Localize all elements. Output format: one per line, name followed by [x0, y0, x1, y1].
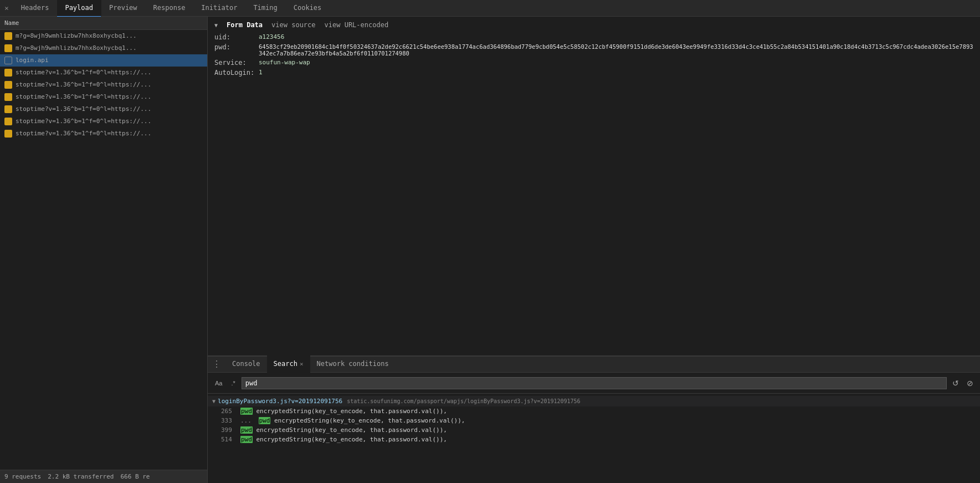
search-highlight: pwd [240, 436, 253, 443]
search-result-filename: loginByPassword3.js?v=201912091756 [218, 398, 342, 405]
xhr-icon [4, 93, 12, 101]
request-list: m?g=8wjh9wmhlizbw7hhx8oxhycbq1...m?g=8wj… [0, 30, 207, 470]
tab-payload[interactable]: Payload [57, 0, 101, 17]
line-content: ... pwd encryptedString(key_to_encode, t… [240, 417, 465, 424]
bottom-tab-network-conditions[interactable]: Network conditions [310, 355, 396, 374]
more-options-button[interactable]: ⋮ [208, 356, 225, 373]
xhr-icon [4, 105, 12, 113]
request-item[interactable]: stoptime?v=1.36^b=1^f=0^l=https://... [0, 103, 207, 115]
left-panel: Name m?g=8wjh9wmhlizbw7hhx8oxhycbq1...m?… [0, 17, 208, 483]
request-item[interactable]: stoptime?v=1.36^b=1^f=0^l=https://... [0, 128, 207, 140]
search-result-file[interactable]: ▼loginByPassword3.js?v=201912091756stati… [208, 396, 980, 406]
request-item[interactable]: stoptime?v=1.36^b=1^f=0^l=https://... [0, 79, 207, 91]
xhr-icon [4, 130, 12, 138]
form-data-arrow: ▼ [214, 22, 218, 28]
field-value: soufun-wap-wap [259, 59, 310, 67]
resources-size: 666 B re [120, 473, 150, 480]
search-result-line[interactable]: 333... pwd encryptedString(key_to_encode… [208, 416, 980, 425]
regex-button[interactable]: .* [228, 378, 238, 388]
field-name: uid: [214, 33, 259, 41]
request-item[interactable]: stoptime?v=1.36^b=1^f=0^l=https://... [0, 67, 207, 79]
search-input[interactable] [242, 377, 947, 389]
line-rest: encryptedString(key_to_encode, that.pass… [270, 417, 465, 424]
api-icon [4, 57, 12, 64]
field-name: AutoLogin: [214, 69, 259, 77]
xhr-icon [4, 118, 12, 125]
request-name: stoptime?v=1.36^b=1^f=0^l=https://... [16, 118, 151, 125]
close-tab-button[interactable]: × [300, 360, 304, 368]
request-name: stoptime?v=1.36^b=1^f=0^l=https://... [16, 130, 151, 137]
xhr-icon [4, 81, 12, 89]
transferred-size: 2.2 kB transferred [48, 473, 114, 480]
top-tabs-bar: × HeadersPayloadPreviewResponseInitiator… [0, 0, 980, 17]
view-source-link[interactable]: view source [271, 21, 315, 29]
form-field: AutoLogin:1 [214, 69, 973, 77]
bottom-tab-search[interactable]: Search× [267, 355, 310, 374]
xhr-icon [4, 69, 12, 77]
tab-initiator[interactable]: Initiator [193, 0, 245, 17]
request-name: stoptime?v=1.36^b=1^f=0^l=https://... [16, 69, 151, 76]
request-item[interactable]: stoptime?v=1.36^b=1^f=0^l=https://... [0, 115, 207, 128]
close-panel-button[interactable]: × [0, 0, 13, 17]
request-name: stoptime?v=1.36^b=1^f=0^l=https://... [16, 81, 151, 88]
xhr-icon [4, 32, 12, 40]
request-name: m?g=8wjh9wmhlizbw7hhx8oxhycbq1... [16, 44, 137, 52]
line-content: pwd encryptedString(key_to_encode, that.… [240, 426, 447, 434]
search-highlight: pwd [240, 426, 253, 434]
expand-arrow-icon: ▼ [212, 398, 216, 404]
request-name: stoptime?v=1.36^b=1^f=0^l=https://... [16, 105, 151, 113]
clear-search-button[interactable]: ⊘ [964, 378, 976, 388]
search-highlight: pwd [240, 408, 253, 415]
bottom-panel: ⋮ ConsoleSearch×Network conditions Aa .*… [208, 355, 980, 483]
field-name: Service: [214, 59, 259, 67]
line-number: 333 [221, 417, 240, 424]
request-item[interactable]: login.api [0, 54, 207, 67]
field-value: 64583cf29eb20901684c1b4f0f50324637a2de92… [259, 43, 973, 57]
form-field: Service:soufun-wap-wap [214, 59, 973, 67]
search-result-line[interactable]: 514pwd encryptedString(key_to_encode, th… [208, 435, 980, 444]
bottom-tabs-bar: ⋮ ConsoleSearch×Network conditions [208, 356, 980, 373]
form-field: uid:a123456 [214, 33, 973, 41]
search-highlight: pwd [259, 417, 271, 424]
bottom-tab-console[interactable]: Console [225, 355, 267, 374]
request-name: m?g=8wjh9wmhlizbw7hhx8oxhycbq1... [16, 32, 137, 39]
line-rest: encryptedString(key_to_encode, that.pass… [253, 436, 447, 443]
form-data-title: Form Data [227, 21, 263, 29]
search-results: ▼loginByPassword3.js?v=201912091756stati… [208, 394, 980, 483]
field-value: a123456 [259, 33, 284, 41]
right-panel: ▼ Form Data view source view URL-encoded… [208, 17, 980, 483]
form-field: pwd:64583cf29eb20901684c1b4f0f50324637a2… [214, 43, 973, 57]
request-name: stoptime?v=1.36^b=1^f=0^l=https://... [16, 93, 151, 100]
line-rest: encryptedString(key_to_encode, that.pass… [253, 426, 447, 434]
xhr-icon [4, 44, 12, 52]
tab-cookies[interactable]: Cookies [286, 0, 330, 17]
line-content: pwd encryptedString(key_to_encode, that.… [240, 436, 447, 443]
status-bar: 9 requests 2.2 kB transferred 666 B re [0, 470, 207, 483]
tab-headers[interactable]: Headers [13, 0, 58, 17]
name-column-header: Name [0, 17, 207, 30]
line-number: 265 [221, 408, 240, 415]
requests-count: 9 requests [4, 473, 41, 480]
request-item[interactable]: m?g=8wjh9wmhlizbw7hhx8oxhycbq1... [0, 30, 207, 42]
line-content: pwd encryptedString(key_to_encode, that.… [240, 408, 447, 415]
search-input-row: Aa .* ↺ ⊘ [208, 373, 980, 394]
line-number: 399 [221, 426, 240, 434]
field-name: pwd: [214, 43, 259, 57]
search-result-filepath: static.soufunimg.com/passport/wapjs/logi… [347, 398, 580, 404]
tab-response[interactable]: Response [146, 0, 194, 17]
tab-preview[interactable]: Preview [101, 0, 146, 17]
tab-timing[interactable]: Timing [245, 0, 285, 17]
request-item[interactable]: m?g=8wjh9wmhlizbw7hhx8oxhycbq1... [0, 42, 207, 54]
case-sensitive-button[interactable]: Aa [212, 378, 225, 388]
form-data-header: ▼ Form Data view source view URL-encoded [214, 21, 973, 29]
line-number: 514 [221, 436, 240, 443]
request-name: login.api [16, 57, 49, 64]
search-result-line[interactable]: 265pwd encryptedString(key_to_encode, th… [208, 406, 980, 416]
request-item[interactable]: stoptime?v=1.36^b=1^f=0^l=https://... [0, 91, 207, 103]
refresh-search-button[interactable]: ↺ [950, 378, 961, 388]
search-result-line[interactable]: 399pwd encryptedString(key_to_encode, th… [208, 425, 980, 435]
main-content: Name m?g=8wjh9wmhlizbw7hhx8oxhycbq1...m?… [0, 17, 980, 483]
payload-content: ▼ Form Data view source view URL-encoded… [208, 17, 980, 355]
field-value: 1 [259, 69, 263, 77]
view-url-encoded-link[interactable]: view URL-encoded [325, 21, 389, 29]
